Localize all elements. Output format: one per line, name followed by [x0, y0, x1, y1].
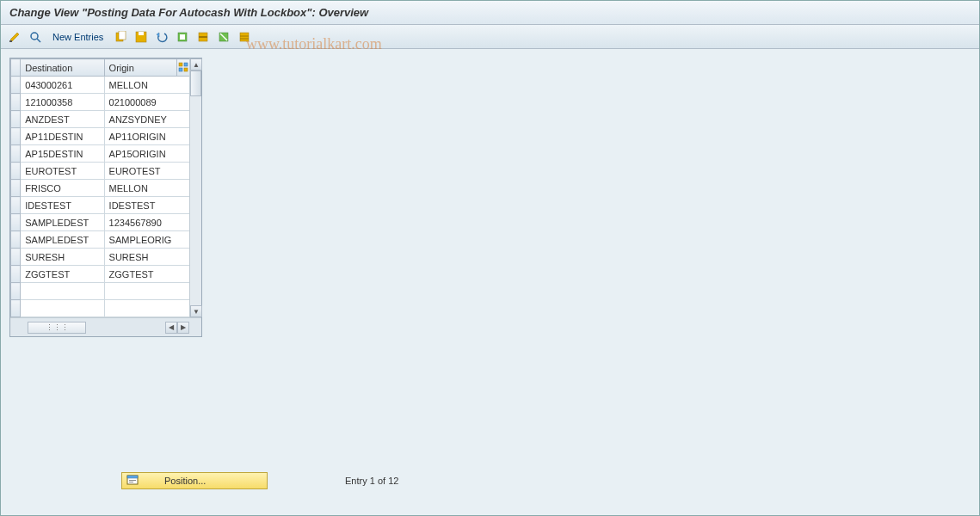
row-selector[interactable]	[11, 128, 21, 145]
table-row[interactable]: AP15DESTINAP15ORIGIN	[11, 145, 191, 163]
column-header-destination[interactable]: Destination	[21, 59, 104, 77]
svg-line-2	[37, 39, 40, 42]
cell-origin[interactable]: MELLON	[104, 180, 190, 197]
cell-destination[interactable]: ZGGTEST	[21, 266, 104, 283]
deselect-all-icon[interactable]	[215, 28, 232, 46]
cell-destination[interactable]	[21, 300, 104, 317]
row-selector[interactable]	[11, 197, 21, 214]
cell-destination[interactable]: ANZDEST	[21, 111, 104, 128]
table-row[interactable]	[11, 300, 191, 317]
cell-destination[interactable]: AP11DESTIN	[21, 128, 104, 145]
row-selector[interactable]	[11, 163, 21, 180]
svg-rect-0	[9, 40, 12, 42]
table-row[interactable]: 043000261MELLON	[11, 77, 191, 94]
position-button[interactable]: Position...	[121, 472, 268, 489]
new-entries-button[interactable]: New Entries	[47, 32, 108, 42]
horizontal-scroll-row: ⋮⋮⋮ ◀ ▶	[10, 317, 201, 336]
svg-rect-17	[184, 63, 188, 66]
table-row[interactable]: ZGGTESTZGGTEST	[11, 266, 191, 283]
scroll-down-icon[interactable]: ▼	[190, 305, 202, 317]
cell-origin[interactable]: IDESTEST	[104, 197, 190, 214]
select-all-icon[interactable]	[174, 28, 191, 46]
svg-point-1	[31, 33, 38, 40]
copy-icon[interactable]	[112, 28, 129, 46]
row-selector[interactable]	[11, 231, 21, 249]
toggle-edit-icon[interactable]	[6, 28, 23, 46]
svg-rect-13	[240, 33, 249, 41]
table-row[interactable]: SURESHSURESH	[11, 249, 191, 266]
cell-origin[interactable]: AP11ORIGIN	[104, 128, 190, 145]
scroll-left-icon[interactable]: ◀	[165, 322, 177, 334]
table-row[interactable]: SAMPLEDESTSAMPLEORIG	[11, 231, 191, 249]
cell-origin[interactable]: ANZSYDNEY	[104, 111, 190, 128]
table-settings-icon[interactable]	[236, 28, 253, 46]
row-selector[interactable]	[11, 77, 21, 94]
scroll-thumb[interactable]	[190, 71, 201, 96]
row-selector[interactable]	[11, 214, 21, 231]
svg-rect-16	[179, 63, 182, 66]
table-row[interactable]	[11, 283, 191, 300]
svg-rect-18	[179, 68, 182, 71]
row-selector[interactable]	[11, 249, 21, 266]
cell-origin[interactable]: AP15ORIGIN	[104, 145, 190, 163]
cell-origin[interactable]: 021000089	[104, 94, 190, 111]
table-row[interactable]: ANZDESTANZSYDNEY	[11, 111, 191, 128]
cell-destination[interactable]: SURESH	[21, 249, 104, 266]
scroll-up-icon[interactable]: ▲	[190, 58, 202, 71]
table-row[interactable]: 121000358021000089	[11, 94, 191, 111]
row-selector[interactable]	[11, 180, 21, 197]
entry-counter: Entry 1 of 12	[345, 476, 398, 486]
vertical-scrollbar[interactable]: ▲ ▼	[189, 58, 201, 317]
save-icon[interactable]	[133, 28, 150, 46]
cell-destination[interactable]: SAMPLEDEST	[21, 214, 104, 231]
table-row[interactable]: EUROTESTEUROTEST	[11, 163, 191, 180]
svg-rect-4	[119, 31, 126, 40]
footer-bar: Position... Entry 1 of 12	[121, 472, 398, 489]
cell-destination[interactable]: IDESTEST	[21, 197, 104, 214]
undo-icon[interactable]	[153, 28, 170, 46]
column-width-handle[interactable]: ⋮⋮⋮	[28, 322, 86, 334]
cell-destination[interactable]: SAMPLEDEST	[21, 231, 104, 249]
svg-rect-6	[139, 32, 144, 35]
column-header-origin[interactable]: Origin	[104, 59, 176, 77]
row-selector[interactable]	[11, 145, 21, 163]
cell-destination[interactable]: FRISCO	[21, 180, 104, 197]
cell-origin[interactable]: SAMPLEORIG	[104, 231, 190, 249]
row-selector[interactable]	[11, 266, 21, 283]
scroll-track[interactable]	[190, 71, 201, 305]
cell-destination[interactable]: AP15DESTIN	[21, 145, 104, 163]
row-selector[interactable]	[11, 111, 21, 128]
table-row[interactable]: SAMPLEDEST1234567890	[11, 214, 191, 231]
svg-rect-22	[129, 480, 136, 481]
scroll-right-icon[interactable]: ▶	[177, 322, 189, 334]
cell-origin[interactable]: MELLON	[104, 77, 190, 94]
data-grid: Destination Origin 043000261MELLON121000…	[10, 58, 191, 317]
select-block-icon[interactable]	[194, 28, 212, 46]
position-button-label: Position...	[164, 476, 206, 486]
cell-origin[interactable]	[104, 300, 190, 317]
position-icon	[126, 475, 139, 487]
svg-rect-23	[129, 482, 133, 482]
table-row[interactable]: FRISCOMELLON	[11, 180, 191, 197]
table-row[interactable]: AP11DESTINAP11ORIGIN	[11, 128, 191, 145]
cell-origin[interactable]: 1234567890	[104, 214, 190, 231]
cell-destination[interactable]: EUROTEST	[21, 163, 104, 180]
cell-destination[interactable]: 121000358	[21, 94, 104, 111]
content-area: Destination Origin 043000261MELLON121000…	[1, 49, 979, 515]
cell-origin[interactable]: EUROTEST	[104, 163, 190, 180]
cell-destination[interactable]	[21, 283, 104, 300]
page-title: Change View "Posting Data For Autocash W…	[1, 1, 979, 25]
svg-rect-10	[199, 36, 207, 38]
row-selector[interactable]	[11, 94, 21, 111]
select-all-header[interactable]	[11, 59, 21, 77]
cell-origin[interactable]: SURESH	[104, 249, 190, 266]
row-selector[interactable]	[11, 300, 21, 317]
table-row[interactable]: IDESTESTIDESTEST	[11, 197, 191, 214]
svg-rect-21	[127, 476, 138, 478]
row-selector[interactable]	[11, 283, 21, 300]
cell-destination[interactable]: 043000261	[21, 77, 104, 94]
details-icon[interactable]	[27, 28, 44, 46]
svg-rect-19	[184, 68, 188, 71]
cell-origin[interactable]: ZGGTEST	[104, 266, 190, 283]
cell-origin[interactable]	[104, 283, 190, 300]
